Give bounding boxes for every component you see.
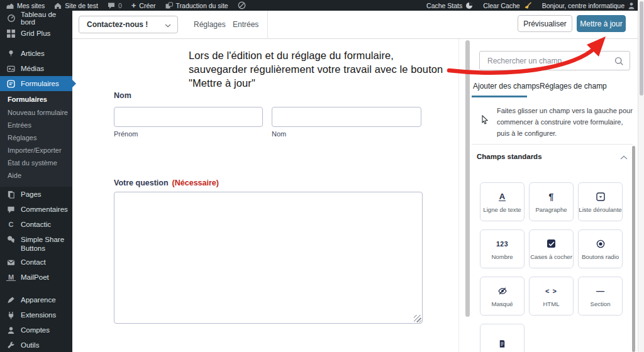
field-card-label: HTML (543, 300, 559, 307)
question-label-text: Votre question (114, 179, 169, 187)
forms-icon (6, 80, 16, 88)
performance-menu[interactable] (238, 1, 246, 9)
broom-icon (523, 2, 532, 9)
submenu-item-reglages[interactable]: Réglages (0, 131, 72, 144)
account-menu[interactable]: Bonjour, centre informatique (542, 2, 635, 9)
first-name-input[interactable] (114, 107, 263, 127)
field-card-boutons-radio[interactable]: Boutons radio (578, 229, 623, 268)
field-card-nombre[interactable]: 123 Nombre (480, 229, 525, 268)
submenu-item-aide[interactable]: Aide (0, 169, 72, 182)
field-card-label: Paragraphe (535, 206, 567, 213)
canvas-scrollbar[interactable] (465, 40, 470, 317)
radio-icon (596, 239, 605, 248)
submenu-item-importer-exporter[interactable]: Importer/Exporter (0, 144, 72, 157)
sidebar-item-outils[interactable]: Outils (0, 338, 72, 352)
sidebar-item-contact[interactable]: Contact (0, 255, 72, 270)
panel-divider (472, 144, 633, 145)
submenu-item-nouveau-formulaire[interactable]: Nouveau formulaire (0, 106, 72, 119)
new-content-menu[interactable]: + Créer (131, 2, 156, 9)
sidebar-label: Articles (21, 50, 45, 57)
cursor-pointer-icon (481, 115, 490, 127)
sidebar-item-mailpoet[interactable]: M MailPoet (0, 270, 72, 285)
site-label: Site de test (65, 2, 98, 9)
tab-reglages[interactable]: Réglages (194, 11, 226, 39)
pie-chart-icon (465, 2, 473, 9)
form-builder-header: Contactez-nous ! Réglages Entrées Prévis… (72, 11, 644, 39)
panel-scrollbar[interactable] (632, 146, 635, 352)
question-field-label[interactable]: Votre question(Nécessaire) (114, 179, 219, 187)
update-button[interactable]: Mettre à jour (577, 15, 626, 32)
sidebar-item-simple-share-buttons[interactable]: Simple Share Buttons (0, 232, 72, 255)
field-card-masque[interactable]: Masqué (480, 277, 525, 316)
header-divider (267, 11, 268, 39)
admin-sidebar: Tableau de bord Grid Plus Articles Média… (0, 11, 72, 352)
sidebar-label: Outils (21, 341, 39, 349)
sidebar-label: MailPoet (21, 273, 49, 281)
standard-fields-section-header[interactable]: Champs standards (477, 151, 628, 162)
field-cards-grid: A Ligne de texte ¶ Paragraphe Liste déro… (480, 182, 623, 352)
sidebar-item-contactic[interactable]: C Contactic (0, 217, 72, 232)
comment-bubble-icon (108, 2, 115, 9)
sidebar-item-commentaires[interactable]: Commentaires (0, 202, 72, 217)
tab-entrees[interactable]: Entrées (233, 11, 258, 39)
cache-stats-menu[interactable]: Cache Stats (426, 2, 473, 9)
sidebar-item-dashboard[interactable]: Tableau de bord (0, 11, 72, 26)
sidebar-item-comptes[interactable]: Comptes (0, 322, 72, 338)
dashboard-gauge-icon (6, 14, 16, 23)
sidebar-label: Simple Share Buttons (21, 235, 72, 253)
field-card-section[interactable]: — Section (578, 277, 623, 316)
plus-icon: + (131, 3, 136, 9)
panel-tabs: Ajouter des champs Réglages de champ (473, 82, 607, 91)
browser-scrollbar[interactable] (638, 0, 644, 352)
site-menu[interactable]: Site de test (54, 2, 98, 9)
comment-count: 0 (118, 2, 122, 9)
sidebar-label: Contact (21, 258, 46, 266)
sidebar-item-apparence[interactable]: Apparence (0, 292, 72, 307)
field-card-cases-a-cocher[interactable]: Cases à cocher (529, 229, 574, 268)
sidebar-item-extensions[interactable]: Extensions (0, 307, 72, 322)
user-avatar-icon (628, 2, 635, 9)
clear-cache-button[interactable]: Clear Cache (483, 2, 531, 9)
field-card-ligne-de-texte[interactable]: A Ligne de texte (480, 182, 525, 221)
form-selector-label: Contactez-nous ! (87, 20, 148, 29)
submenu-item-formulaires[interactable]: Formulaires (0, 92, 72, 106)
field-card-label: Nombre (491, 253, 513, 260)
pushpin-icon (6, 50, 16, 58)
media-icon (6, 65, 16, 73)
tab-ajouter-des-champs[interactable]: Ajouter des champs (473, 82, 540, 91)
sidebar-label: Tableau de bord (21, 11, 72, 26)
submenu-item-entrees[interactable]: Entrées (0, 119, 72, 131)
last-name-input[interactable] (272, 107, 421, 127)
sidebar-item-articles[interactable]: Articles (0, 46, 72, 61)
submenu-item-etat-du-systeme[interactable]: État du système (0, 157, 72, 169)
field-card-paragraphe[interactable]: ¶ Paragraphe (529, 182, 574, 221)
sidebar-label: Grid Plus (21, 30, 50, 37)
my-sites-label: Mes sites (17, 2, 45, 9)
field-card-label: Masqué (491, 300, 513, 307)
field-search-input[interactable] (487, 52, 610, 70)
clear-cache-label: Clear Cache (483, 2, 519, 9)
form-selector-dropdown[interactable]: Contactez-nous ! (79, 16, 178, 33)
name-field-label[interactable]: Nom (114, 91, 131, 100)
number-icon: 123 (496, 239, 508, 248)
field-card-liste-deroulante[interactable]: Liste déroulante (578, 182, 623, 221)
chevron-up-icon (620, 151, 628, 162)
site-translation-menu[interactable]: Traduction du site (165, 2, 228, 9)
field-card-page[interactable] (480, 324, 525, 352)
sidebar-item-medias[interactable]: Médias (0, 61, 72, 76)
textarea-resize-grip[interactable] (414, 315, 421, 322)
sidebar-item-formulaires[interactable]: Formulaires (0, 76, 72, 91)
field-card-html[interactable]: < > HTML (529, 277, 574, 316)
preview-button[interactable]: Prévisualiser (518, 15, 572, 32)
plugin-icon (6, 311, 16, 319)
sidebar-item-pages[interactable]: Pages (0, 187, 72, 202)
tab-reglages-de-champ[interactable]: Réglages de champ (540, 82, 607, 91)
my-sites-menu[interactable]: Mes sites (6, 2, 45, 9)
question-textarea[interactable] (114, 192, 423, 324)
sidebar-item-grid-plus[interactable]: Grid Plus (0, 26, 72, 41)
field-search-box (479, 51, 630, 70)
comments-shortcut[interactable]: 0 (108, 2, 122, 9)
browser-scrollbar-thumb[interactable] (640, 1, 643, 96)
greeting-label: Bonjour, centre informatique (542, 2, 625, 9)
field-card-label: Ligne de texte (483, 206, 521, 213)
